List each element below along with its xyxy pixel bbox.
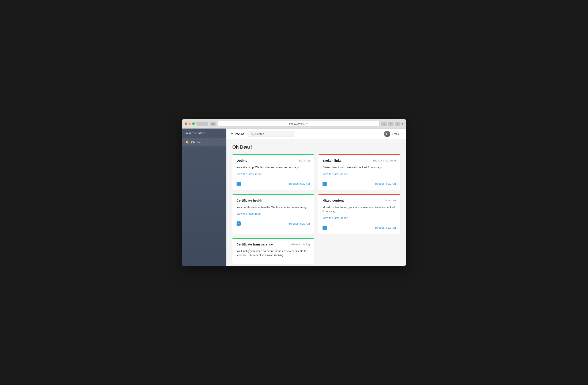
certificate-health-card-content: Certificate health Your certificate is u… <box>232 195 314 230</box>
top-bar-left: murze.be 🔍 <box>231 131 294 137</box>
address-bar[interactable]: murze.be.test ↻ <box>218 121 379 127</box>
top-bar-right: F Freek ▾ <box>384 131 402 137</box>
back-button[interactable]: ‹ <box>196 122 202 126</box>
page-title: Oh Dear! <box>232 144 400 150</box>
mixed-content-view-report-link[interactable]: View the latest report <box>322 216 396 220</box>
certificate-transparency-card-description: We'll notify you when someone issues a n… <box>236 249 310 257</box>
certificate-health-view-report-link[interactable]: View the latest report <box>236 212 310 215</box>
broken-links-card-content: Broken links Broken links found Broken l… <box>318 155 400 190</box>
ohdear-icon: 🔔 <box>186 140 189 144</box>
browser-chrome: ‹ › ⊞ murze.be.test ↻ ⓘ ↑ ⧉ + <box>182 119 406 129</box>
certificate-health-card-description: Your certificate is unhealthy. We last c… <box>236 205 310 209</box>
uptime-card-footer: ✓ Request new run <box>236 179 310 186</box>
user-menu-chevron-icon[interactable]: ▾ <box>401 133 402 135</box>
site-name: murze.be <box>231 132 245 136</box>
traffic-lights <box>185 122 195 125</box>
mixed-content-checkbox-icon[interactable]: ✓ <box>322 226 327 230</box>
search-icon: 🔍 <box>251 132 254 136</box>
uptime-request-run-link[interactable]: Request new run <box>289 182 310 185</box>
close-button[interactable] <box>185 122 187 125</box>
broken-links-card-header: Broken links Broken links found <box>322 159 396 162</box>
uptime-view-report-link[interactable]: View the latest report <box>236 172 310 176</box>
minimize-button[interactable] <box>189 122 191 125</box>
new-tab-button[interactable]: + <box>401 122 403 126</box>
certificate-health-checkbox-icon[interactable]: ✓ <box>236 222 241 226</box>
app-layout: murze.be admin 🔔 Oh Dear! murze.be 🔍 F <box>182 129 406 266</box>
certificate-health-request-run-link[interactable]: Request new run <box>289 222 310 225</box>
search-bar[interactable]: 🔍 <box>248 131 294 137</box>
mixed-content-card: Mixed content Insecure Mixed content fou… <box>318 194 400 234</box>
mixed-content-card-title: Mixed content <box>322 199 344 202</box>
mixed-content-card-description: Mixed content found, your site is insecu… <box>322 205 396 213</box>
bottom-card-row: Certificate transparency Always running … <box>232 238 400 264</box>
refresh-icon[interactable]: ↻ <box>306 122 308 125</box>
browser-actions: ⓘ ↑ ⧉ + <box>381 122 403 126</box>
mixed-content-card-header: Mixed content Insecure <box>322 199 396 202</box>
mixed-content-card-footer: ✓ Request new run <box>322 223 396 230</box>
broken-links-view-report-link[interactable]: View the latest report <box>322 172 396 176</box>
maximize-button[interactable] <box>192 122 195 125</box>
certificate-health-card-footer: ✓ Request new run <box>236 219 310 226</box>
tab-overview-button[interactable]: ⧉ <box>395 122 400 126</box>
uptime-checkbox-icon[interactable]: ✓ <box>236 182 241 186</box>
uptime-card-description: Your site is up. We last checked a few s… <box>236 165 310 169</box>
content-area: Oh Dear! Uptime Site is up Your site is … <box>226 139 406 266</box>
mixed-content-request-run-link[interactable]: Request new run <box>375 226 396 229</box>
broken-links-checkbox-icon[interactable]: ✓ <box>322 182 327 186</box>
broken-links-request-run-link[interactable]: Request new run <box>375 182 396 185</box>
top-bar: murze.be 🔍 F Freek ▾ <box>226 129 406 139</box>
browser-window: ‹ › ⊞ murze.be.test ↻ ⓘ ↑ ⧉ + murze.be a… <box>182 119 406 266</box>
certificate-health-card: Certificate health Your certificate is u… <box>232 194 314 234</box>
broken-links-card-description: Broken links found. We last checked 8 ho… <box>322 165 396 169</box>
sidebar-toggle-button[interactable]: ⊞ <box>210 122 216 126</box>
sidebar-header: murze.be admin <box>182 129 226 138</box>
certificate-transparency-card-content: Certificate transparency Always running … <box>232 239 314 264</box>
nav-buttons: ‹ › <box>196 122 208 126</box>
forward-button[interactable]: › <box>202 122 208 126</box>
sidebar: murze.be admin 🔔 Oh Dear! <box>182 129 226 266</box>
certificate-transparency-card-title: Certificate transparency <box>236 243 273 246</box>
sidebar-item-label: Oh Dear! <box>191 141 202 144</box>
cards-grid: Uptime Site is up Your site is up. We la… <box>232 154 400 234</box>
certificate-transparency-card-header: Certificate transparency Always running <box>236 243 310 246</box>
broken-links-card: Broken links Broken links found Broken l… <box>318 154 400 190</box>
user-name[interactable]: Freek <box>392 132 399 136</box>
uptime-card-status: Site is up <box>299 159 310 162</box>
main-content: murze.be 🔍 F Freek ▾ Oh Dear! <box>226 129 406 266</box>
url-text: murze.be.test <box>289 122 305 125</box>
certificate-health-card-title: Certificate health <box>236 199 262 202</box>
info-button[interactable]: ⓘ <box>381 122 387 126</box>
broken-links-card-status: Broken links found <box>373 159 396 162</box>
share-button[interactable]: ↑ <box>388 122 394 126</box>
certificate-health-card-header: Certificate health <box>236 199 310 202</box>
certificate-transparency-card: Certificate transparency Always running … <box>232 238 314 264</box>
uptime-card-title: Uptime <box>236 159 247 162</box>
broken-links-card-title: Broken links <box>322 159 341 162</box>
uptime-card: Uptime Site is up Your site is up. We la… <box>232 154 314 190</box>
search-input[interactable] <box>255 132 292 136</box>
mixed-content-card-content: Mixed content Insecure Mixed content fou… <box>318 195 400 234</box>
uptime-card-header: Uptime Site is up <box>236 159 310 162</box>
avatar: F <box>384 131 390 137</box>
uptime-card-content: Uptime Site is up Your site is up. We la… <box>232 155 314 190</box>
sidebar-item-ohdear[interactable]: 🔔 Oh Dear! <box>182 138 226 146</box>
mixed-content-card-status: Insecure <box>385 199 396 202</box>
certificate-transparency-card-status: Always running <box>291 243 310 246</box>
broken-links-card-footer: ✓ Request new run <box>322 179 396 186</box>
